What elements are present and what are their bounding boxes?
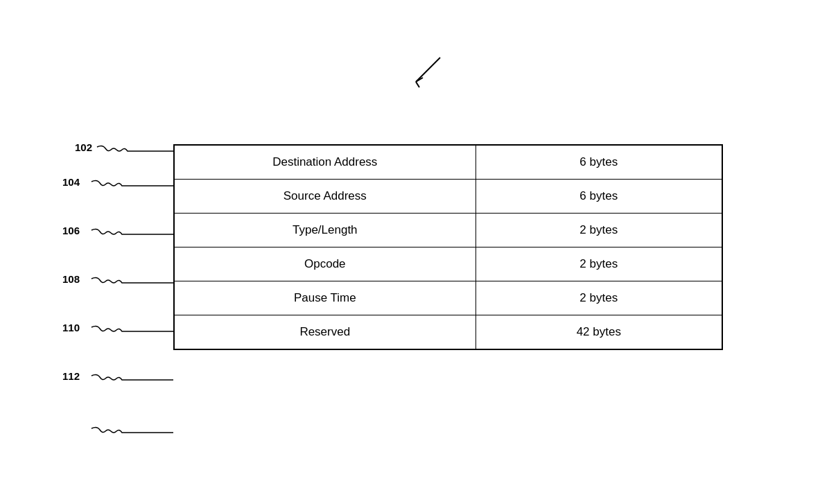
table-row-value: 6 bytes [476, 145, 722, 180]
table-row-label: Reserved [174, 315, 476, 350]
table-row-label: Destination Address [174, 145, 476, 180]
arrow-100-icon [409, 54, 451, 89]
table-row-label: Opcode [174, 247, 476, 281]
svg-text:112: 112 [62, 370, 80, 382]
svg-line-2 [416, 82, 419, 87]
svg-text:108: 108 [62, 273, 80, 285]
table-row-value: 42 bytes [476, 315, 722, 350]
table-row-label: Source Address [174, 180, 476, 214]
table-row-value: 2 bytes [476, 214, 722, 247]
table-row-value: 6 bytes [476, 180, 722, 214]
svg-text:102: 102 [75, 141, 92, 153]
data-table: Destination Address6 bytesSource Address… [173, 144, 723, 350]
svg-text:110: 110 [62, 322, 80, 333]
svg-text:106: 106 [62, 225, 80, 236]
table-row-value: 2 bytes [476, 281, 722, 315]
row-labels-svg: 102 104 106 108 110 112 [55, 139, 184, 444]
table-row-label: Pause Time [174, 281, 476, 315]
svg-text:104: 104 [62, 176, 80, 188]
table-row-label: Type/Length [174, 214, 476, 247]
svg-line-0 [416, 58, 440, 82]
table-row-value: 2 bytes [476, 247, 722, 281]
